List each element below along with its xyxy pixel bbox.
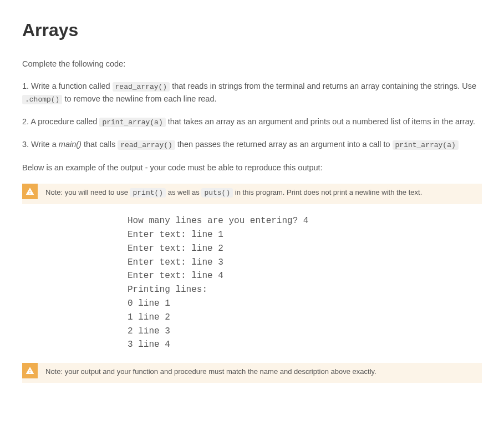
note-box-2: Note: your output and your function and … xyxy=(22,363,482,383)
code-read-array: read_array() xyxy=(113,82,170,92)
note1-text: Note: you will need to use print() as we… xyxy=(38,184,482,204)
step3-mid: that calls xyxy=(82,140,118,149)
step-2: 2. A procedure called print_array(a) tha… xyxy=(22,115,482,128)
step1-mid: that reads in strings from the terminal … xyxy=(170,82,476,90)
code-puts: puts() xyxy=(201,188,233,198)
step1-suffix: to remove the newline from each line rea… xyxy=(62,94,216,103)
code-chomp: .chomp() xyxy=(22,95,62,104)
step-3: 3. Write a main() that calls read_array(… xyxy=(22,138,482,151)
note1-suffix: in this program. Print does not print a … xyxy=(233,188,422,196)
code-read-array-2: read_array() xyxy=(118,140,175,150)
step-1: 1. Write a function called read_array() … xyxy=(22,80,482,105)
intro-text: Complete the following code: xyxy=(22,58,482,70)
step3-italic: main() xyxy=(59,140,82,149)
step2-suffix: that takes an array as an argument and p… xyxy=(166,117,475,126)
note-box-1: Note: you will need to use print() as we… xyxy=(22,184,482,204)
below-text: Below is an example of the output - your… xyxy=(22,161,482,174)
step3-prefix: 3. Write a xyxy=(22,140,59,149)
code-print-array: print_array(a) xyxy=(99,118,165,127)
code-print: print() xyxy=(130,188,166,198)
note1-mid: as well as xyxy=(166,188,201,196)
note2-text: Note: your output and your function and … xyxy=(38,363,482,383)
page-heading: Arrays xyxy=(22,17,482,44)
code-print-array-2: print_array(a) xyxy=(393,140,459,150)
step3-mid2: then passes the returned array as an arg… xyxy=(175,140,393,149)
note1-prefix: Note: you will need to use xyxy=(45,188,130,196)
step2-prefix: 2. A procedure called xyxy=(22,117,99,126)
warning-icon xyxy=(22,363,38,378)
step1-prefix: 1. Write a function called xyxy=(22,82,113,90)
warning-icon xyxy=(22,184,38,199)
example-output: How many lines are you entering? 4 Enter… xyxy=(128,214,482,352)
